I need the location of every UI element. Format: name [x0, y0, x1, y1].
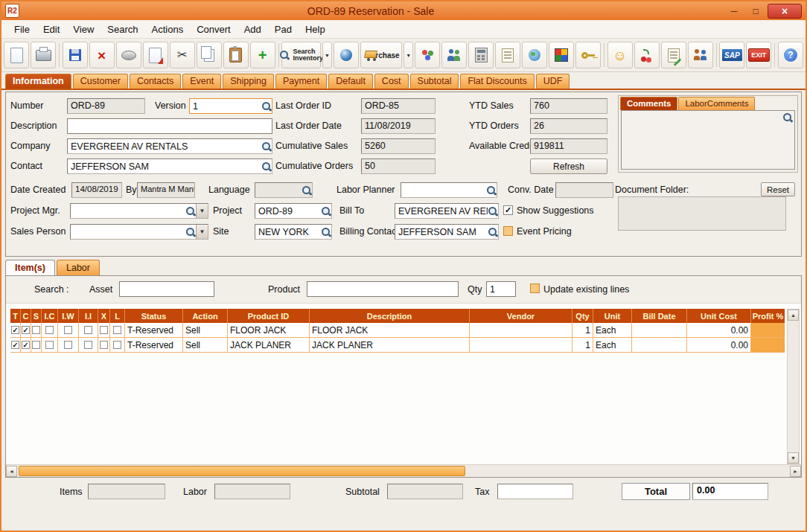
refresh-button[interactable]: Refresh	[530, 158, 607, 174]
tab-payment[interactable]: Payment	[275, 74, 327, 89]
column-header[interactable]: I.I	[79, 309, 98, 323]
horizontal-scrollbar[interactable]: ◄ ►	[6, 464, 801, 477]
add-line-button[interactable]: +	[250, 42, 275, 68]
ytd-sales-field[interactable]: 760	[530, 98, 607, 114]
save-button[interactable]	[63, 42, 88, 68]
column-header[interactable]: X	[98, 309, 110, 323]
tab-labor[interactable]: Labor	[57, 260, 100, 275]
date-created-field[interactable]: 14/08/2019	[71, 182, 122, 198]
cell-description[interactable]: JACK PLANER	[310, 338, 470, 353]
cell-status[interactable]: T-Reserved	[125, 338, 183, 353]
tab-customer[interactable]: Customer	[73, 74, 128, 89]
key-button[interactable]	[575, 42, 601, 68]
column-header[interactable]: I.W	[58, 309, 79, 323]
tab-information[interactable]: Information	[5, 74, 71, 89]
column-header-profit[interactable]: Profit %	[751, 309, 785, 323]
row-checkbox[interactable]	[45, 341, 54, 349]
edit-notes-button[interactable]	[661, 42, 686, 68]
row-checkbox[interactable]	[32, 326, 40, 334]
labor-planner-field[interactable]	[401, 182, 497, 198]
billing-contact-field[interactable]: JEFFERSON SAM	[395, 224, 499, 240]
cell-unit-cost[interactable]: 0.00	[687, 323, 751, 338]
cumulative-orders-field[interactable]: 50	[361, 158, 436, 174]
row-checkbox[interactable]: ✓	[11, 326, 19, 334]
cell-unit[interactable]: Each	[593, 323, 632, 338]
version-field[interactable]: 1	[189, 98, 272, 114]
paste-button[interactable]	[223, 42, 249, 68]
scan-button[interactable]	[334, 42, 359, 68]
fruit-button[interactable]	[634, 42, 660, 68]
maximize-button[interactable]: □	[746, 4, 765, 18]
comments-textarea[interactable]	[621, 110, 795, 170]
cell-qty[interactable]: 1	[572, 323, 593, 338]
cell-unit[interactable]: Each	[593, 338, 632, 353]
scroll-right-button[interactable]: ►	[790, 466, 801, 477]
project-search-icon[interactable]	[321, 206, 331, 217]
row-checkbox[interactable]	[113, 326, 121, 334]
row-checkbox[interactable]: ✓	[11, 341, 19, 349]
sales-person-search-icon[interactable]	[185, 227, 196, 237]
reset-button[interactable]: Reset	[761, 182, 795, 196]
column-header[interactable]: C	[21, 309, 31, 323]
sales-person-dropdown[interactable]: ▼	[196, 225, 208, 239]
menu-view[interactable]: View	[66, 22, 101, 37]
column-header-product-id[interactable]: Product ID	[228, 309, 310, 323]
contact-search-icon[interactable]	[261, 161, 272, 172]
cumulative-sales-field[interactable]: 5260	[361, 138, 436, 154]
comments-search-icon[interactable]	[782, 112, 793, 123]
qty-input[interactable]	[486, 281, 516, 297]
cell-bill-date[interactable]	[632, 338, 687, 353]
language-field[interactable]	[255, 182, 313, 198]
last-order-id-field[interactable]: ORD-85	[361, 98, 436, 114]
project-mgr-search-icon[interactable]	[185, 206, 196, 217]
event-pricing-checkbox[interactable]	[503, 226, 513, 236]
version-search-icon[interactable]	[261, 101, 272, 112]
menu-actions[interactable]: Actions	[145, 22, 191, 37]
column-header[interactable]: L	[110, 309, 125, 323]
tax-field[interactable]	[497, 484, 573, 499]
cell-profit[interactable]	[751, 338, 785, 353]
vertical-scrollbar[interactable]: ▲ ▼	[787, 309, 800, 464]
language-search-icon[interactable]	[302, 185, 312, 196]
row-checkbox[interactable]	[100, 326, 108, 334]
bill-to-field[interactable]: EVERGREEN AV RENTALS	[395, 203, 499, 219]
column-header[interactable]: T	[10, 309, 21, 323]
tab-subtotal[interactable]: Subtotal	[410, 74, 459, 89]
groups-button[interactable]	[415, 42, 440, 68]
user-settings-button[interactable]	[688, 42, 713, 68]
cut-button[interactable]: ✂	[170, 42, 195, 68]
search-inventory-dropdown[interactable]: ▼	[322, 42, 332, 68]
tab-udf[interactable]: UDF	[536, 74, 570, 89]
new-document-button[interactable]	[4, 42, 29, 68]
cell-profit[interactable]	[751, 323, 785, 338]
minimize-button[interactable]: ─	[724, 4, 744, 18]
row-checkbox[interactable]	[64, 341, 72, 349]
row-checkbox[interactable]	[64, 326, 72, 334]
menu-pad[interactable]: Pad	[268, 22, 299, 37]
update-existing-lines-checkbox[interactable]	[530, 283, 540, 293]
search-inventory-button[interactable]: Search Inventory	[281, 42, 321, 68]
cell-vendor[interactable]	[470, 323, 572, 338]
table-row[interactable]: ✓ ✓ T-Reserved Sell FLOOR JACK FLOOR JAC…	[10, 323, 785, 338]
menu-edit[interactable]: Edit	[36, 22, 66, 37]
row-checkbox[interactable]	[45, 326, 54, 334]
cell-vendor[interactable]	[470, 338, 572, 353]
menu-help[interactable]: Help	[299, 22, 332, 37]
subtotal-field[interactable]	[387, 484, 463, 499]
smiley-button[interactable]: ☺	[607, 42, 633, 68]
tab-flat-discounts[interactable]: Flat Discounts	[460, 74, 534, 89]
menu-file[interactable]: File	[7, 22, 36, 37]
table-row[interactable]: ✓ ✓ T-Reserved Sell JACK PLANER JACK PLA…	[10, 338, 785, 353]
project-mgr-dropdown[interactable]: ▼	[196, 204, 208, 218]
number-field[interactable]: ORD-89	[67, 98, 145, 114]
site-field[interactable]: NEW YORK	[255, 224, 332, 240]
horizontal-scroll-thumb[interactable]	[19, 466, 465, 476]
cell-product-id[interactable]: FLOOR JACK	[228, 323, 310, 338]
notes-button[interactable]	[495, 42, 520, 68]
row-checkbox[interactable]	[100, 341, 108, 349]
cell-qty[interactable]: 1	[572, 338, 593, 353]
column-header-bill-date[interactable]: Bill Date	[632, 309, 687, 323]
sales-person-field[interactable]: ▼	[70, 224, 208, 240]
row-checkbox[interactable]	[84, 326, 92, 334]
product-input[interactable]	[307, 281, 459, 297]
